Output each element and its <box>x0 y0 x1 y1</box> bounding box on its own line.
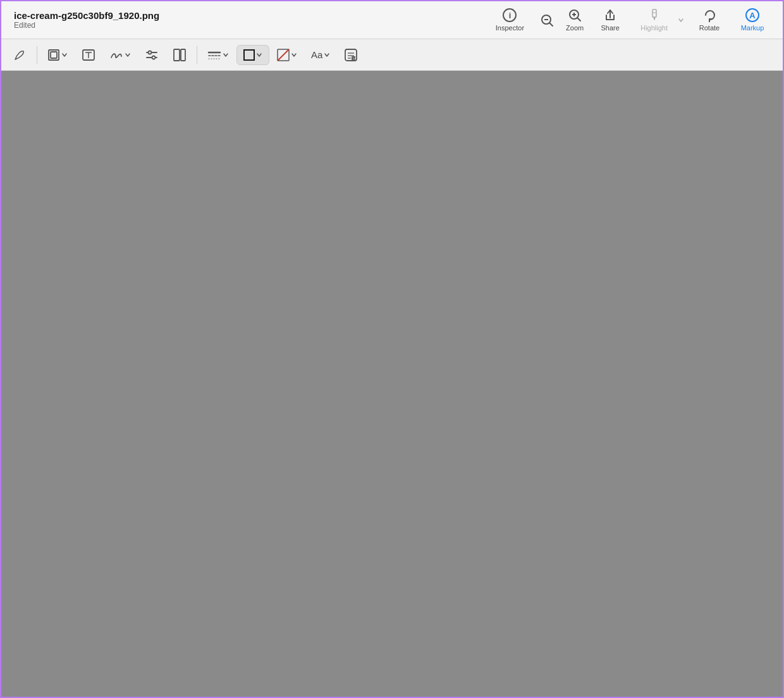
divider-1 <box>37 46 37 64</box>
fill-button[interactable] <box>271 45 303 65</box>
border-shape-button[interactable] <box>236 45 269 65</box>
layout-icon <box>173 48 187 62</box>
font-chevron-icon <box>324 52 330 58</box>
adjust-icon <box>145 48 159 62</box>
rotate-icon <box>702 8 716 22</box>
svg-point-17 <box>149 51 152 54</box>
fill-icon <box>277 49 290 61</box>
signature-chevron-icon <box>125 52 131 58</box>
svg-rect-11 <box>51 52 57 58</box>
text-tool-button[interactable] <box>75 44 102 66</box>
share-icon <box>604 8 616 22</box>
svg-line-25 <box>278 49 289 61</box>
shapes-icon <box>47 49 60 61</box>
highlight-group: Highlight <box>633 4 687 35</box>
highlight-button[interactable]: Highlight <box>633 4 675 35</box>
svg-rect-8 <box>652 9 656 17</box>
title-info: ice-cream-g250c30bf9_1920.png Edited <box>14 10 159 30</box>
svg-line-2 <box>550 23 553 26</box>
stroke-chevron-icon <box>223 52 229 58</box>
zoom-out-button[interactable] <box>534 9 560 31</box>
note-icon <box>344 48 358 62</box>
share-button[interactable]: Share <box>590 4 630 35</box>
font-label: Aa <box>311 49 322 60</box>
toolbar-actions: i Inspector Zoom <box>488 4 773 35</box>
svg-rect-20 <box>181 49 185 61</box>
zoom-label: Zoom <box>566 24 584 32</box>
markup-toolbar: Aa <box>1 39 783 71</box>
canvas-area[interactable] <box>1 71 783 698</box>
highlight-chevron-icon <box>678 18 684 23</box>
border-chevron-icon <box>256 52 262 58</box>
share-label: Share <box>601 24 620 32</box>
filename: ice-cream-g250c30bf9_1920.png <box>14 10 159 21</box>
markup-button[interactable]: Markup <box>732 4 773 35</box>
fill-chevron-icon <box>291 52 297 58</box>
divider-2 <box>197 46 197 64</box>
stroke-style-icon <box>207 50 221 60</box>
draw-icon <box>13 48 27 62</box>
draw-tool-button[interactable] <box>6 44 33 66</box>
svg-point-18 <box>152 56 156 59</box>
highlight-label: Highlight <box>640 24 668 32</box>
adjust-button[interactable] <box>138 44 165 66</box>
highlight-chevron-button[interactable] <box>675 4 687 35</box>
titlebar: ice-cream-g250c30bf9_1920.png Edited i I… <box>1 1 783 39</box>
svg-rect-19 <box>174 49 180 61</box>
inspector-button[interactable]: i Inspector <box>488 4 532 35</box>
border-square-icon <box>243 49 255 61</box>
zoom-out-icon <box>540 13 554 27</box>
note-button[interactable] <box>338 44 364 66</box>
shapes-button[interactable] <box>41 45 74 65</box>
highlight-pen-icon <box>648 8 661 22</box>
shapes-chevron-icon <box>61 52 68 58</box>
font-button[interactable]: Aa <box>305 46 336 64</box>
inspector-label: Inspector <box>496 24 524 32</box>
inspector-icon: i <box>503 8 517 22</box>
markup-label: Markup <box>741 24 764 32</box>
zoom-button[interactable]: Zoom <box>562 4 587 35</box>
stroke-style-button[interactable] <box>201 46 235 64</box>
layout-button[interactable] <box>166 44 193 66</box>
markup-icon <box>745 8 759 22</box>
zoom-in-icon <box>568 8 582 22</box>
text-icon <box>82 48 95 62</box>
signature-button[interactable] <box>103 44 137 66</box>
signature-icon <box>109 48 123 62</box>
rotate-label: Rotate <box>699 24 720 32</box>
rotate-button[interactable]: Rotate <box>689 4 730 35</box>
edited-label: Edited <box>14 21 159 30</box>
svg-line-6 <box>578 18 581 21</box>
